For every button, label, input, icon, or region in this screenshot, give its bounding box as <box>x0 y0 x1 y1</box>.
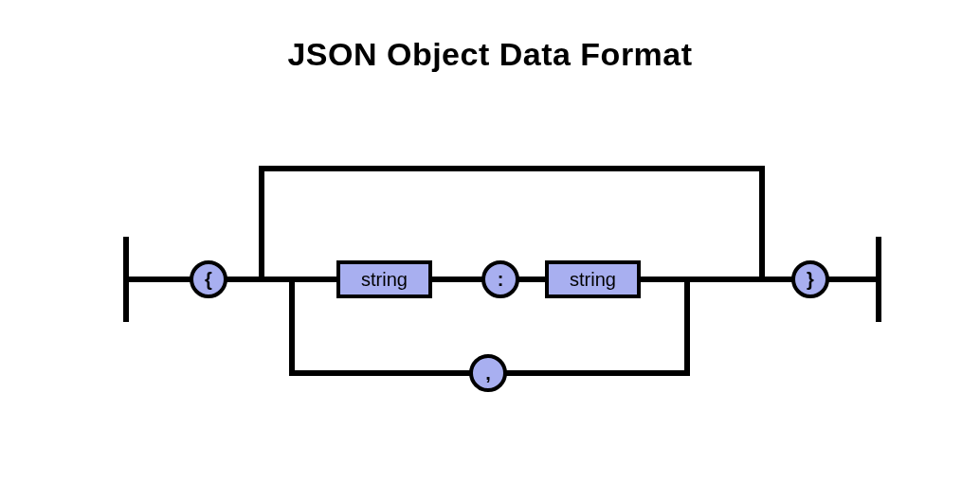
bypass-top <box>259 166 765 171</box>
string-value-box: string <box>545 260 641 298</box>
bypass-up-left <box>259 166 264 279</box>
end-terminal <box>876 237 881 322</box>
comma-token: , <box>469 354 507 392</box>
close-brace-token: } <box>791 260 829 298</box>
string-key-box: string <box>336 260 432 298</box>
open-brace-token: { <box>190 260 227 298</box>
loop-down-left <box>289 279 295 376</box>
colon-token: : <box>481 260 519 298</box>
diagram-title: JSON Object Data Format <box>0 36 980 73</box>
loop-down-right <box>684 279 690 376</box>
bypass-up-right <box>759 166 765 279</box>
railroad-diagram: { } string : string , <box>123 152 881 417</box>
